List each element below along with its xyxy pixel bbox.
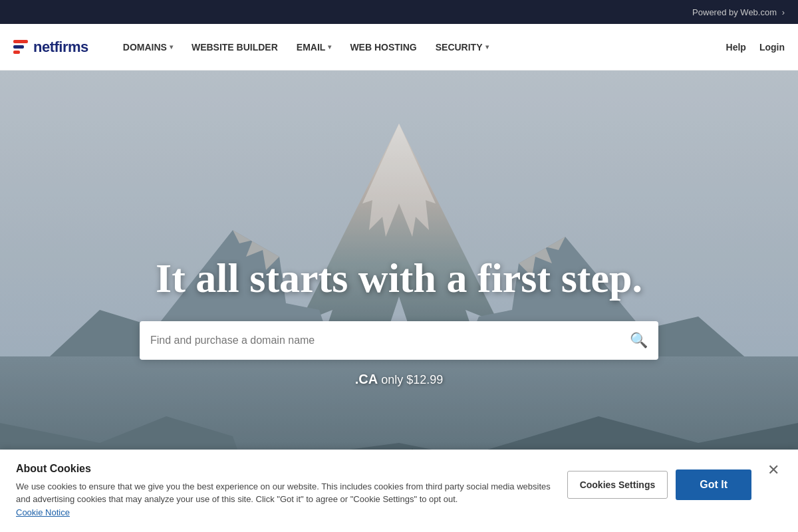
hero-content: It all starts with a first step. 🔍 .CA o…	[140, 215, 658, 386]
domain-ext: .CA	[355, 372, 378, 386]
got-it-button[interactable]: Got It	[676, 469, 751, 500]
navbar: netfirms DOMAINS ▾ WEBSITE BUILDER EMAIL…	[0, 24, 798, 70]
top-bar: Powered by Web.com ›	[0, 0, 798, 24]
nav-links: DOMAINS ▾ WEBSITE BUILDER EMAIL ▾ WEB HO…	[115, 37, 726, 58]
search-button[interactable]: 🔍	[630, 332, 648, 349]
logo[interactable]: netfirms	[13, 39, 88, 56]
nav-item-website-builder[interactable]: WEBSITE BUILDER	[184, 37, 286, 58]
cookie-close-button[interactable]: ✕	[765, 463, 782, 477]
search-icon: 🔍	[630, 332, 648, 349]
external-link-icon: ›	[782, 7, 785, 17]
logo-icon	[13, 40, 28, 54]
close-icon: ✕	[767, 462, 779, 478]
powered-by-text: Powered by Web.com ›	[692, 7, 785, 17]
domain-search-input[interactable]	[150, 334, 630, 346]
nav-right: Help Login	[726, 42, 785, 53]
logo-bar-red-2	[13, 51, 20, 54]
cookie-banner: About Cookies We use cookies to ensure t…	[0, 450, 798, 533]
cookie-actions: Cookies Settings Got It	[567, 469, 751, 500]
logo-bar-blue	[13, 45, 24, 49]
help-link[interactable]: Help	[726, 42, 746, 53]
nav-item-email[interactable]: EMAIL ▾	[289, 37, 340, 58]
cookie-content: About Cookies We use cookies to ensure t…	[16, 463, 554, 519]
logo-text: netfirms	[33, 39, 88, 56]
cookie-notice-link[interactable]: Cookie Notice	[16, 507, 70, 517]
domain-promo: .CA only $12.99	[355, 372, 444, 387]
hero-title: It all starts with a first step.	[156, 255, 642, 301]
chevron-down-icon: ▾	[170, 43, 173, 51]
cookies-settings-button[interactable]: Cookies Settings	[567, 471, 668, 499]
nav-item-security[interactable]: SECURITY ▾	[428, 37, 497, 58]
login-link[interactable]: Login	[759, 42, 785, 53]
cookie-body-text: We use cookies to ensure that we give yo…	[16, 480, 554, 519]
domain-search-bar: 🔍	[140, 321, 658, 360]
nav-item-web-hosting[interactable]: WEB HOSTING	[342, 37, 424, 58]
logo-bar-red-1	[13, 40, 28, 43]
cookie-title: About Cookies	[16, 463, 554, 475]
domain-promo-text: only $12.99	[378, 373, 443, 386]
chevron-down-icon-email: ▾	[328, 43, 331, 51]
nav-item-domains[interactable]: DOMAINS ▾	[115, 37, 181, 58]
chevron-down-icon-security: ▾	[485, 43, 489, 51]
